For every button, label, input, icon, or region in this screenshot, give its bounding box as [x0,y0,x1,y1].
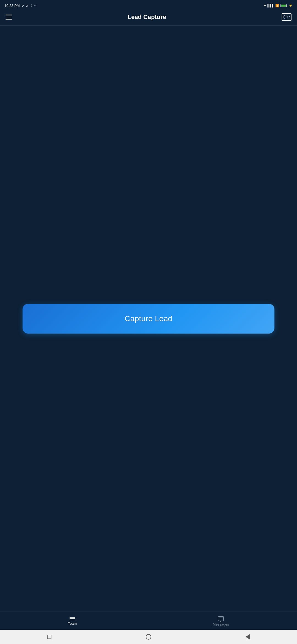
android-nav-bar [0,630,297,644]
circle-icon [146,634,151,640]
app-header: Lead Capture [0,10,297,25]
contact-card-button[interactable] [282,13,292,21]
messages-label: Messages [213,622,229,626]
status-icon-at2: ⊙ [26,4,28,7]
android-back-button[interactable] [246,634,250,640]
status-icon-dots: ··· [34,4,37,7]
status-time: 10:23 PM [4,4,20,8]
signal-icon: ▌▌▌ [268,4,274,7]
contact-lines [289,16,290,18]
status-bar-left: 10:23 PM ⊙ ⊙ ☽ ··· [4,4,37,8]
page-title: Lead Capture [128,13,166,21]
menu-button[interactable] [6,15,12,20]
status-icon-c: ☽ [30,4,32,7]
charging-icon: ⚡ [289,4,293,7]
team-label: Team [68,621,77,626]
contact-avatar [284,15,288,19]
android-square-button[interactable] [47,635,51,639]
status-bar-right: ✱ ▌▌▌ 📶 ⚡ [264,4,293,7]
status-icon-at1: ⊙ [21,4,24,7]
hamburger-line-3 [6,19,12,20]
phone-container: 10:23 PM ⊙ ⊙ ☽ ··· ✱ ▌▌▌ 📶 ⚡ Lead Captu [0,0,297,644]
hamburger-line-1 [6,15,12,15]
nav-item-team[interactable]: Team [60,616,85,627]
messages-icon [218,616,224,621]
battery-icon [280,4,287,7]
bottom-nav: Team Messages [0,612,297,630]
main-content: Capture Lead [0,26,297,612]
android-home-button[interactable] [146,634,151,640]
nav-item-messages[interactable]: Messages [205,615,237,627]
contact-line-1 [289,16,290,17]
triangle-icon [246,634,250,640]
wifi-icon: 📶 [275,4,279,7]
team-icon [70,617,75,620]
square-icon [47,635,51,639]
bluetooth-icon: ✱ [264,4,266,7]
capture-lead-button[interactable]: Capture Lead [23,304,274,334]
status-bar: 10:23 PM ⊙ ⊙ ☽ ··· ✱ ▌▌▌ 📶 ⚡ [0,0,297,10]
contact-line-2 [289,18,289,18]
hamburger-line-2 [6,17,12,18]
